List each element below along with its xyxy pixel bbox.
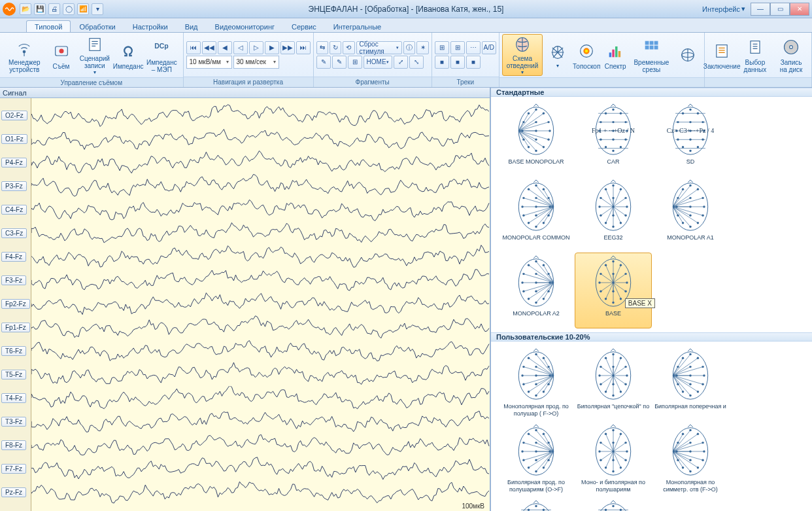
minimize-button[interactable]: —: [751, 3, 770, 16]
script-icon: [84, 35, 105, 54]
track-btn[interactable]: A/D: [482, 41, 496, 54]
qat-wifi-icon[interactable]: 📶: [77, 3, 89, 15]
frag-btn[interactable]: ✶: [416, 41, 428, 54]
track-btn[interactable]: ⊞: [435, 41, 449, 54]
tab-Интегральные[interactable]: Интегральные: [325, 20, 390, 32]
ribbon-Временные срезы[interactable]: Временные срезы: [630, 34, 672, 76]
channel-label[interactable]: P3-Fz: [0, 174, 31, 198]
frag-btn[interactable]: ⤢: [394, 56, 408, 69]
montage-Биполярная поперечная и[interactable]: Биполярная поперечная и: [652, 345, 729, 421]
tab-Настройки[interactable]: Настройки: [124, 20, 177, 32]
channel-label[interactable]: C4-Fz: [0, 198, 31, 221]
tab-Обработки[interactable]: Обработки: [71, 20, 124, 32]
montage-Биполярная поперечная с[interactable]: Биполярная поперечная с: [575, 497, 652, 511]
montage-Биполярная прод. по полушариям (O->F)[interactable]: Биполярная прод. по полушариям (O->F): [498, 421, 575, 497]
montage-Смешанная по полушариям (от F к[interactable]: Смешанная по полушариям (от F к: [498, 497, 575, 511]
nav-btn[interactable]: ◀◀: [202, 41, 216, 54]
close-button[interactable]: ✕: [790, 3, 809, 16]
ribbon-Топоскоп[interactable]: Топоскоп: [573, 34, 600, 76]
channel-label[interactable]: Fp2-Fz: [0, 292, 31, 315]
channel-label[interactable]: F4-Fz: [0, 245, 31, 268]
montage-CAR[interactable]: Fp1 + ···+Oz / NCAR: [575, 101, 652, 177]
qat-open-icon[interactable]: 📂: [20, 3, 31, 15]
montage-EEG32[interactable]: EEG32: [575, 177, 652, 253]
ribbon-Спектр[interactable]: Спектр: [601, 34, 629, 76]
ribbon-Импеданс[interactable]: Импеданс: [114, 34, 142, 76]
frag-btn[interactable]: HOME: [364, 56, 392, 69]
montage-BASE MONOPOLAR[interactable]: BASE MONOPOLAR: [498, 101, 575, 177]
montage-Биполярная "цепочкой" по[interactable]: Биполярная "цепочкой" по: [575, 345, 652, 421]
montage-Моно- и биполярная по полушариям[interactable]: Моно- и биполярная по полушариям: [575, 421, 652, 497]
channel-label[interactable]: F8-Fz: [0, 433, 31, 457]
channel-label[interactable]: F7-Fz: [0, 457, 31, 480]
montage-BASE[interactable]: BASEBASE X: [575, 253, 652, 328]
ribbon-Менеджер устройств[interactable]: Менеджер устройств: [3, 34, 46, 76]
montage-Монополярная прод. по полушар ( F->O)[interactable]: Монополярная прод. по полушар ( F->O): [498, 345, 575, 421]
track-btn[interactable]: ■: [435, 56, 449, 69]
ribbon-Запись на диск[interactable]: Запись на диск: [773, 34, 809, 76]
channel-label[interactable]: Pz-Fz: [0, 480, 31, 504]
frag-btn[interactable]: ⟲: [343, 41, 354, 54]
nav-btn[interactable]: ⏭: [296, 41, 311, 54]
svg-point-321: [702, 366, 703, 368]
channel-label[interactable]: C3-Fz: [0, 221, 31, 245]
ribbon-head-rays[interactable]: [544, 34, 571, 76]
ribbon-Схема отведений[interactable]: Схема отведений: [502, 34, 543, 76]
track-btn[interactable]: ⊞: [450, 41, 465, 54]
montage-SD[interactable]: Cz= C3+···+Pz / 4SD: [652, 101, 729, 177]
tab-Видеомониторинг[interactable]: Видеомониторинг: [207, 20, 283, 32]
qat-print-icon[interactable]: 🖨: [48, 3, 60, 15]
channel-label[interactable]: O1-Fz: [0, 127, 31, 150]
channel-label[interactable]: T5-Fz: [0, 362, 31, 386]
frag-btn[interactable]: ⊞: [348, 56, 362, 69]
ribbon-Заключение[interactable]: Заключение: [707, 34, 737, 76]
interface-menu[interactable]: Интерфейс▾: [702, 5, 745, 13]
ribbon-globe[interactable]: [674, 34, 702, 76]
qat-save-icon[interactable]: 💾: [34, 3, 46, 15]
montage-MONOPOLAR COMMON[interactable]: MONOPOLAR COMMON: [498, 177, 575, 253]
frag-btn[interactable]: ↻: [330, 41, 341, 54]
frag-btn[interactable]: ⇆: [316, 41, 328, 54]
channel-label[interactable]: T6-Fz: [0, 339, 31, 362]
waveform-canvas[interactable]: 100мкВ: [31, 98, 490, 511]
track-btn[interactable]: ■: [450, 56, 465, 69]
sweep-combo[interactable]: 10 мкВ/мм: [186, 56, 232, 69]
frag-btn[interactable]: Сброс стимуля: [356, 41, 403, 54]
svg-point-420: [697, 467, 699, 468]
tab-Вид[interactable]: Вид: [177, 20, 207, 32]
frag-btn[interactable]: ⤡: [409, 56, 424, 69]
ribbon-Сценарий записи[interactable]: Сценарий записи: [76, 34, 114, 76]
channel-label[interactable]: O2-Fz: [0, 103, 31, 127]
channel-label[interactable]: T3-Fz: [0, 410, 31, 433]
ribbon-Выбор данных[interactable]: Выбор данных: [738, 34, 772, 76]
sweep-combo[interactable]: 30 мм/сек: [233, 56, 279, 69]
nav-btn[interactable]: ▷: [249, 41, 263, 54]
channel-label[interactable]: P4-Fz: [0, 150, 31, 174]
track-btn[interactable]: ■: [466, 56, 481, 69]
channel-label[interactable]: Fp1-Fz: [0, 315, 31, 339]
svg-point-355: [522, 459, 524, 461]
frag-btn[interactable]: ✎: [316, 56, 331, 69]
svg-rect-13: [618, 51, 621, 57]
nav-btn[interactable]: ▶▶: [280, 41, 295, 54]
track-btn[interactable]: ⋯: [466, 41, 481, 54]
frag-btn[interactable]: ⓘ: [403, 41, 415, 54]
channel-label[interactable]: T4-Fz: [0, 386, 31, 410]
montage-Монополярная по симметр. отв (F->O)[interactable]: Монополярная по симметр. отв (F->O): [652, 421, 729, 497]
frag-btn[interactable]: ✎: [332, 56, 347, 69]
tab-Сервис[interactable]: Сервис: [283, 20, 325, 32]
tab-Типовой[interactable]: Типовой: [26, 20, 71, 32]
montage-MONOPOLAR A1[interactable]: MONOPOLAR A1: [652, 177, 729, 253]
nav-btn[interactable]: ◀: [218, 41, 232, 54]
maximize-button[interactable]: ▭: [770, 3, 790, 16]
qat-dd-icon[interactable]: ▾: [92, 3, 103, 15]
svg-point-196: [522, 273, 524, 275]
channel-label[interactable]: F3-Fz: [0, 268, 31, 292]
nav-btn[interactable]: ▶: [265, 41, 279, 54]
qat-db-icon[interactable]: ◯: [63, 3, 75, 15]
ribbon-Импеданс – МЭП[interactable]: DCpИмпеданс – МЭП: [143, 34, 180, 76]
ribbon-Съём[interactable]: Съём: [48, 34, 75, 76]
montage-MONOPOLAR A2[interactable]: MONOPOLAR A2: [498, 253, 575, 328]
nav-btn[interactable]: ⏮: [186, 41, 201, 54]
nav-btn[interactable]: ◁: [233, 41, 248, 54]
